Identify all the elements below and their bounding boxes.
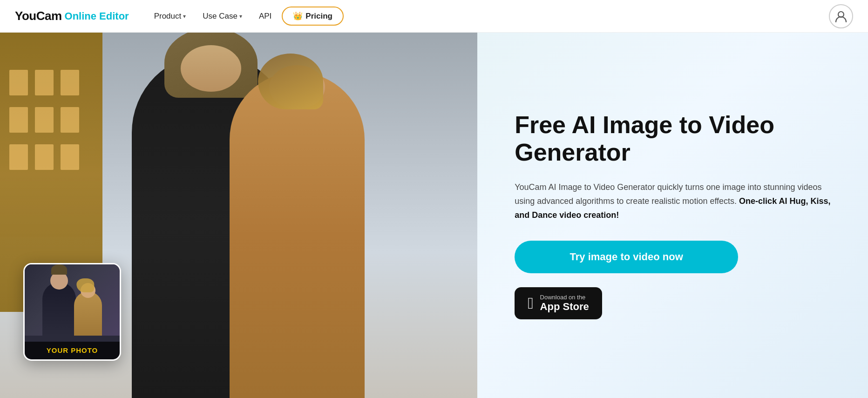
- mini-person-1: [42, 282, 76, 336]
- nav-api[interactable]: API: [252, 8, 278, 25]
- hero-section: YOUR PHOTO Free AI Image to Video Genera…: [0, 33, 868, 398]
- face-left: [181, 45, 241, 92]
- your-photo-inner: [25, 264, 120, 336]
- mini-couple: [38, 264, 107, 336]
- cta-try-now-button[interactable]: Try image to video now: [515, 241, 738, 273]
- your-photo-label-bar: YOUR PHOTO: [25, 342, 120, 359]
- user-account-button[interactable]: [829, 4, 853, 28]
- hero-image-area: YOUR PHOTO: [0, 33, 477, 398]
- app-store-small-text: Download on the: [540, 294, 589, 301]
- pricing-label: Pricing: [305, 12, 332, 21]
- nav-api-label: API: [259, 12, 271, 21]
- nav-links: Product ▾ Use Case ▾ API 👑 Pricing: [148, 7, 829, 26]
- logo-area[interactable]: YouCam Online Editor: [15, 9, 129, 23]
- your-photo-text: YOUR PHOTO: [47, 346, 98, 354]
- logo-online-editor: Online Editor: [65, 10, 129, 22]
- apple-icon: : [528, 294, 533, 312]
- nav-use-case[interactable]: Use Case ▾: [196, 8, 249, 25]
- couple-figure: [76, 33, 402, 398]
- app-store-button[interactable]:  Download on the App Store: [515, 287, 602, 319]
- person-right-body: [230, 72, 365, 398]
- mini-person-2: [74, 291, 102, 336]
- logo-youcam: YouCam: [15, 9, 62, 23]
- nav-use-case-label: Use Case: [203, 12, 237, 21]
- nav-product-label: Product: [154, 12, 182, 21]
- chevron-down-icon: ▾: [183, 13, 186, 20]
- your-photo-card: YOUR PHOTO: [23, 263, 121, 361]
- hero-content: Free AI Image to Video Generator YouCam …: [477, 33, 868, 398]
- navbar: YouCam Online Editor Product ▾ Use Case …: [0, 0, 868, 33]
- chevron-down-icon: ▾: [239, 13, 242, 20]
- app-store-large-text: App Store: [540, 301, 589, 313]
- pricing-crown-icon: 👑: [293, 11, 303, 21]
- hair: [258, 54, 323, 109]
- hero-title: Free AI Image to Video Generator: [515, 111, 831, 167]
- hero-description: YouCam AI Image to Video Generator quick…: [515, 181, 831, 222]
- nav-right: [829, 4, 853, 28]
- pricing-button[interactable]: 👑 Pricing: [282, 7, 344, 26]
- nav-product[interactable]: Product ▾: [148, 8, 193, 25]
- app-store-text-block: Download on the App Store: [540, 294, 589, 313]
